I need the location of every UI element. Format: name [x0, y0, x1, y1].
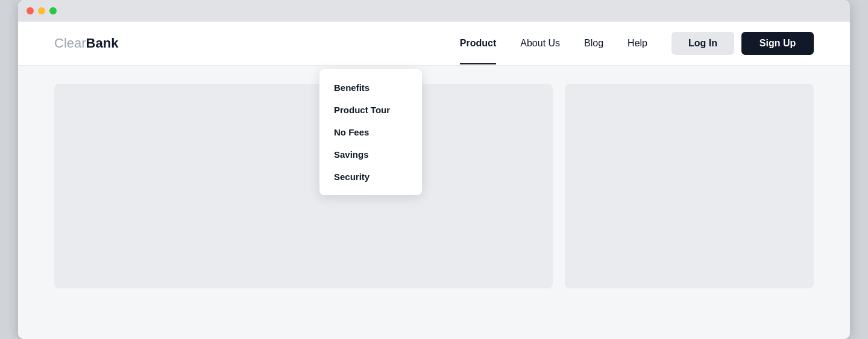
logo-clear: Clear	[54, 36, 86, 51]
logo: Clear Bank	[54, 36, 118, 51]
product-dropdown-menu: Benefits Product Tour No Fees Savings Se…	[319, 69, 422, 195]
page-content	[18, 66, 850, 306]
nav-links: Product About Us Blog Help	[460, 38, 647, 49]
close-button-icon[interactable]	[27, 7, 34, 14]
maximize-button-icon[interactable]	[49, 7, 57, 14]
nav-link-product[interactable]: Product	[460, 38, 496, 49]
dropdown-item-benefits[interactable]: Benefits	[319, 76, 422, 99]
dropdown-item-security[interactable]: Security	[319, 166, 422, 188]
dropdown-item-no-fees[interactable]: No Fees	[319, 121, 422, 143]
nav-actions: Log In Sign Up	[671, 32, 814, 55]
login-button[interactable]: Log In	[671, 32, 734, 55]
signup-button[interactable]: Sign Up	[741, 32, 814, 55]
nav-link-blog[interactable]: Blog	[584, 38, 603, 49]
content-card-1	[54, 84, 553, 288]
browser-content: Clear Bank Product About Us Blog Help Lo…	[18, 22, 850, 339]
nav-link-help[interactable]: Help	[627, 38, 647, 49]
dropdown-item-product-tour[interactable]: Product Tour	[319, 99, 422, 121]
browser-chrome	[18, 0, 850, 22]
logo-bank: Bank	[86, 36, 119, 51]
dropdown-item-savings[interactable]: Savings	[319, 143, 422, 166]
content-card-2	[565, 84, 814, 288]
browser-window: Clear Bank Product About Us Blog Help Lo…	[18, 0, 850, 339]
navbar: Clear Bank Product About Us Blog Help Lo…	[18, 22, 850, 65]
nav-link-about[interactable]: About Us	[520, 38, 560, 49]
minimize-button-icon[interactable]	[38, 7, 45, 14]
